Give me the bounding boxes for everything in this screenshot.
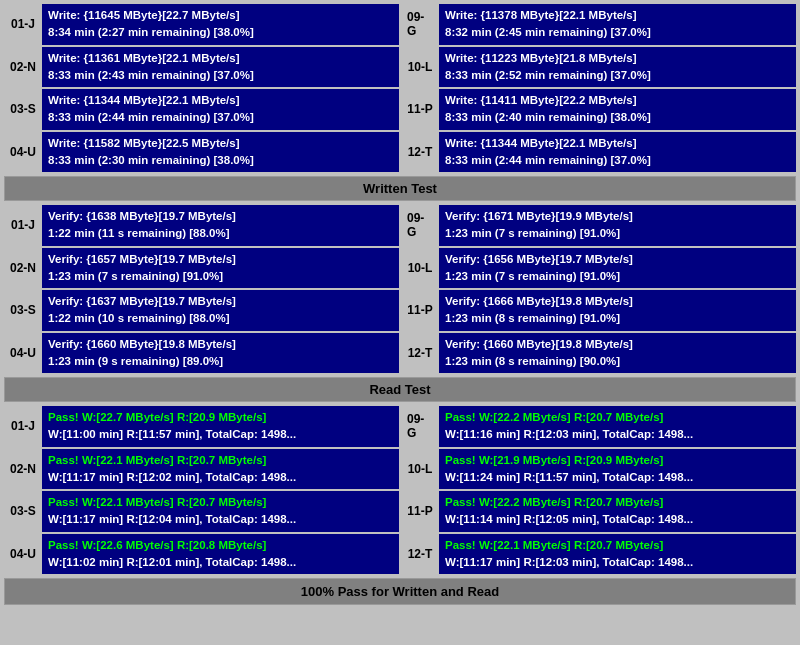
cell-line1: Verify: {1660 MByte}[19.8 MByte/s]: [445, 336, 790, 353]
pass-grid-row-3-right: 12-TPass! W:[22.1 MByte/s] R:[20.7 MByte…: [401, 534, 796, 575]
row-id-11-P: 11-P: [401, 491, 439, 532]
row-id-02-N: 02-N: [4, 47, 42, 88]
cell-line2: 8:32 min (2:45 min remaining) [37.0%]: [445, 24, 790, 41]
write-grid-row-2-left: 03-SWrite: {11344 MByte}[22.1 MByte/s]8:…: [4, 89, 399, 130]
pass-grid-row-0-left: 01-JPass! W:[22.7 MByte/s] R:[20.9 MByte…: [4, 406, 399, 447]
pass-line1: Pass! W:[22.7 MByte/s] R:[20.9 MByte/s]: [48, 409, 393, 426]
pass-grid-row-1-left: 02-NPass! W:[22.1 MByte/s] R:[20.7 MByte…: [4, 449, 399, 490]
row-id-04-U: 04-U: [4, 534, 42, 575]
pass-grid-row-0-right: 09-GPass! W:[22.2 MByte/s] R:[20.7 MByte…: [401, 406, 796, 447]
verify-grid-row-1-left: 02-NVerify: {1657 MByte}[19.7 MByte/s]1:…: [4, 248, 399, 289]
cell-line2: 8:33 min (2:30 min remaining) [38.0%]: [48, 152, 393, 169]
row-id-01-J: 01-J: [4, 406, 42, 447]
row-id-02-N: 02-N: [4, 248, 42, 289]
verify-grid: 01-JVerify: {1638 MByte}[19.7 MByte/s]1:…: [4, 205, 796, 373]
row-id-10-L: 10-L: [401, 47, 439, 88]
row-id-12-T: 12-T: [401, 534, 439, 575]
cell-line2: 1:23 min (9 s remaining) [89.0%]: [48, 353, 393, 370]
write-grid-row-2-right: 11-PWrite: {11411 MByte}[22.2 MByte/s]8:…: [401, 89, 796, 130]
row-id-11-P: 11-P: [401, 290, 439, 331]
row-id-04-U: 04-U: [4, 333, 42, 374]
pass-line1: Pass! W:[22.6 MByte/s] R:[20.8 MByte/s]: [48, 537, 393, 554]
pass-line1: Pass! W:[22.2 MByte/s] R:[20.7 MByte/s]: [445, 409, 790, 426]
cell-line1: Write: {11645 MByte}[22.7 MByte/s]: [48, 7, 393, 24]
write-grid-row-1-right: 10-LWrite: {11223 MByte}[21.8 MByte/s]8:…: [401, 47, 796, 88]
row-id-10-L: 10-L: [401, 449, 439, 490]
cell-line2: 8:33 min (2:43 min remaining) [37.0%]: [48, 67, 393, 84]
pass-line1: Pass! W:[22.1 MByte/s] R:[20.7 MByte/s]: [445, 537, 790, 554]
pass-line2: W:[11:17 min] R:[12:03 min], TotalCap: 1…: [445, 554, 790, 571]
pass-line1: Pass! W:[22.1 MByte/s] R:[20.7 MByte/s]: [48, 494, 393, 511]
verify-grid-row-0-right: 09-GVerify: {1671 MByte}[19.9 MByte/s]1:…: [401, 205, 796, 246]
pass-grid-row-2-right: 11-PPass! W:[22.2 MByte/s] R:[20.7 MByte…: [401, 491, 796, 532]
pass-line1: Pass! W:[21.9 MByte/s] R:[20.9 MByte/s]: [445, 452, 790, 469]
write-grid-row-3-right: 12-TWrite: {11344 MByte}[22.1 MByte/s]8:…: [401, 132, 796, 173]
write-grid-row-0-right: 09-GWrite: {11378 MByte}[22.1 MByte/s]8:…: [401, 4, 796, 45]
pass-line1: Pass! W:[22.1 MByte/s] R:[20.7 MByte/s]: [48, 452, 393, 469]
pass-grid-row-1-right: 10-LPass! W:[21.9 MByte/s] R:[20.9 MByte…: [401, 449, 796, 490]
pass-line2: W:[11:17 min] R:[12:04 min], TotalCap: 1…: [48, 511, 393, 528]
row-id-03-S: 03-S: [4, 290, 42, 331]
row-id-12-T: 12-T: [401, 333, 439, 374]
cell-line2: 8:33 min (2:40 min remaining) [38.0%]: [445, 109, 790, 126]
cell-line2: 1:22 min (10 s remaining) [88.0%]: [48, 310, 393, 327]
write-grid-row-3-left: 04-UWrite: {11582 MByte}[22.5 MByte/s]8:…: [4, 132, 399, 173]
cell-line2: 1:23 min (8 s remaining) [90.0%]: [445, 353, 790, 370]
cell-line1: Write: {11378 MByte}[22.1 MByte/s]: [445, 7, 790, 24]
pass-line2: W:[11:00 min] R:[11:57 min], TotalCap: 1…: [48, 426, 393, 443]
cell-line1: Write: {11344 MByte}[22.1 MByte/s]: [445, 135, 790, 152]
write-section: 01-JWrite: {11645 MByte}[22.7 MByte/s]8:…: [4, 4, 796, 201]
row-id-09-G: 09-G: [401, 4, 439, 45]
verify-grid-row-2-left: 03-SVerify: {1637 MByte}[19.7 MByte/s]1:…: [4, 290, 399, 331]
row-id-02-N: 02-N: [4, 449, 42, 490]
cell-line1: Write: {11411 MByte}[22.2 MByte/s]: [445, 92, 790, 109]
row-id-03-S: 03-S: [4, 89, 42, 130]
verify-grid-row-1-right: 10-LVerify: {1656 MByte}[19.7 MByte/s]1:…: [401, 248, 796, 289]
row-id-12-T: 12-T: [401, 132, 439, 173]
verify-section: 01-JVerify: {1638 MByte}[19.7 MByte/s]1:…: [4, 205, 796, 402]
cell-line1: Verify: {1638 MByte}[19.7 MByte/s]: [48, 208, 393, 225]
verify-grid-row-0-left: 01-JVerify: {1638 MByte}[19.7 MByte/s]1:…: [4, 205, 399, 246]
pass-line1: Pass! W:[22.2 MByte/s] R:[20.7 MByte/s]: [445, 494, 790, 511]
cell-line2: 8:33 min (2:44 min remaining) [37.0%]: [445, 152, 790, 169]
pass-grid-row-2-left: 03-SPass! W:[22.1 MByte/s] R:[20.7 MByte…: [4, 491, 399, 532]
cell-line1: Write: {11344 MByte}[22.1 MByte/s]: [48, 92, 393, 109]
pass-line2: W:[11:24 min] R:[11:57 min], TotalCap: 1…: [445, 469, 790, 486]
verify-grid-row-3-right: 12-TVerify: {1660 MByte}[19.8 MByte/s]1:…: [401, 333, 796, 374]
cell-line2: 8:33 min (2:44 min remaining) [37.0%]: [48, 109, 393, 126]
cell-line1: Verify: {1666 MByte}[19.8 MByte/s]: [445, 293, 790, 310]
read-test-header: Read Test: [4, 377, 796, 402]
pass-grid-row-3-left: 04-UPass! W:[22.6 MByte/s] R:[20.8 MByte…: [4, 534, 399, 575]
cell-line2: 1:23 min (7 s remaining) [91.0%]: [48, 268, 393, 285]
row-id-09-G: 09-G: [401, 205, 439, 246]
cell-line2: 1:23 min (7 s remaining) [91.0%]: [445, 268, 790, 285]
verify-grid-row-3-left: 04-UVerify: {1660 MByte}[19.8 MByte/s]1:…: [4, 333, 399, 374]
pass-line2: W:[11:14 min] R:[12:05 min], TotalCap: 1…: [445, 511, 790, 528]
pass-line2: W:[11:17 min] R:[12:02 min], TotalCap: 1…: [48, 469, 393, 486]
verify-grid-row-2-right: 11-PVerify: {1666 MByte}[19.8 MByte/s]1:…: [401, 290, 796, 331]
write-grid-row-0-left: 01-JWrite: {11645 MByte}[22.7 MByte/s]8:…: [4, 4, 399, 45]
cell-line2: 1:23 min (7 s remaining) [91.0%]: [445, 225, 790, 242]
row-id-04-U: 04-U: [4, 132, 42, 173]
row-id-01-J: 01-J: [4, 4, 42, 45]
written-test-header: Written Test: [4, 176, 796, 201]
write-grid: 01-JWrite: {11645 MByte}[22.7 MByte/s]8:…: [4, 4, 796, 172]
cell-line1: Write: {11223 MByte}[21.8 MByte/s]: [445, 50, 790, 67]
pass-line2: W:[11:16 min] R:[12:03 min], TotalCap: 1…: [445, 426, 790, 443]
pass-section: 01-JPass! W:[22.7 MByte/s] R:[20.9 MByte…: [4, 406, 796, 605]
cell-line2: 8:34 min (2:27 min remaining) [38.0%]: [48, 24, 393, 41]
row-id-11-P: 11-P: [401, 89, 439, 130]
cell-line2: 1:23 min (8 s remaining) [91.0%]: [445, 310, 790, 327]
cell-line1: Verify: {1660 MByte}[19.8 MByte/s]: [48, 336, 393, 353]
main-container: 01-JWrite: {11645 MByte}[22.7 MByte/s]8:…: [0, 0, 800, 611]
cell-line1: Write: {11361 MByte}[22.1 MByte/s]: [48, 50, 393, 67]
row-id-03-S: 03-S: [4, 491, 42, 532]
write-grid-row-1-left: 02-NWrite: {11361 MByte}[22.1 MByte/s]8:…: [4, 47, 399, 88]
row-id-01-J: 01-J: [4, 205, 42, 246]
footer-label: 100% Pass for Written and Read: [4, 578, 796, 605]
cell-line2: 8:33 min (2:52 min remaining) [37.0%]: [445, 67, 790, 84]
cell-line2: 1:22 min (11 s remaining) [88.0%]: [48, 225, 393, 242]
cell-line1: Verify: {1657 MByte}[19.7 MByte/s]: [48, 251, 393, 268]
pass-grid: 01-JPass! W:[22.7 MByte/s] R:[20.9 MByte…: [4, 406, 796, 574]
pass-line2: W:[11:02 min] R:[12:01 min], TotalCap: 1…: [48, 554, 393, 571]
